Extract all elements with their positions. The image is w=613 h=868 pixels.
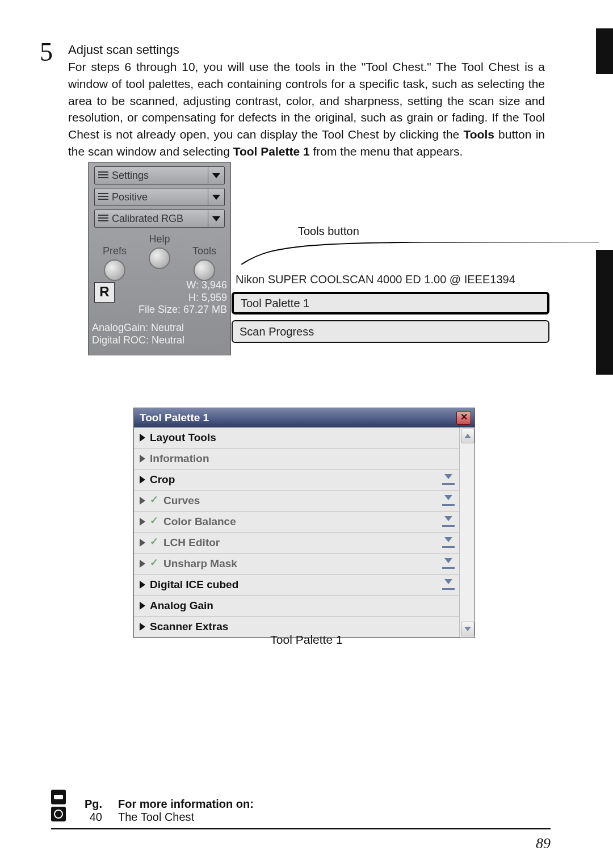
- scan-panel: Settings Positive Calibrated RGB Help Pr…: [88, 162, 231, 355]
- check-icon: [150, 559, 160, 569]
- section-menu-icon[interactable]: [442, 496, 455, 506]
- scan-width: W: 3,946: [120, 279, 227, 292]
- page-number: 89: [536, 835, 551, 852]
- menu-item-label: Tool Palette 1: [241, 297, 309, 310]
- list-icon: [98, 215, 108, 223]
- section-menu-icon[interactable]: [442, 538, 455, 548]
- disclosure-triangle-icon: [140, 518, 145, 526]
- disclosure-triangle-icon: [140, 539, 145, 547]
- step-body-bold-tools: Tools: [463, 128, 494, 141]
- check-icon: [150, 496, 160, 506]
- palette-section[interactable]: Analog Gain: [134, 596, 459, 617]
- callout-leader-line: [241, 242, 599, 265]
- step-title: Adjust scan settings: [68, 43, 545, 57]
- palette-section-label: Scanner Extras: [150, 620, 228, 633]
- disclosure-triangle-icon: [140, 560, 145, 568]
- help-button[interactable]: [149, 248, 170, 269]
- disclosure-triangle-icon: [140, 581, 145, 589]
- disclosure-triangle-icon: [140, 455, 145, 463]
- disclosure-triangle-icon: [140, 476, 145, 484]
- list-icon: [98, 171, 108, 179]
- palette-section[interactable]: Curves: [134, 490, 459, 511]
- reference-icon: [51, 790, 66, 804]
- ref-head-topic: For more information on:: [118, 798, 254, 811]
- disclosure-triangle-icon: [140, 623, 145, 631]
- page-edge-tab-mid: [596, 250, 613, 375]
- scan-height: H: 5,959: [120, 292, 227, 304]
- disclosure-triangle-icon: [140, 602, 145, 610]
- tool-palette-caption: Tool Palette 1: [0, 633, 613, 647]
- filmtype-dropdown-label: Positive: [112, 191, 208, 203]
- tools-button[interactable]: [194, 259, 215, 281]
- step-body: For steps 6 through 10, you will use the…: [68, 58, 545, 160]
- step-body-bold-palette: Tool Palette 1: [233, 145, 310, 158]
- ref-topic: The Tool Chest: [118, 811, 194, 824]
- section-menu-icon[interactable]: [442, 517, 455, 527]
- step-body-c: from the menu that appears.: [313, 145, 463, 158]
- palette-section-label: Digital ICE cubed: [150, 578, 238, 591]
- close-button[interactable]: ✕: [456, 411, 471, 425]
- colorspace-dropdown[interactable]: Calibrated RGB: [94, 209, 225, 228]
- ref-page-number: 40: [79, 811, 102, 824]
- disclosure-triangle-icon: [140, 497, 145, 505]
- palette-section[interactable]: Digital ICE cubed: [134, 575, 459, 596]
- colorspace-dropdown-label: Calibrated RGB: [112, 213, 208, 225]
- palette-section[interactable]: Layout Tools: [134, 427, 459, 448]
- digital-roc-status: Digital ROC: Neutral: [92, 334, 227, 347]
- palette-section[interactable]: Color Balance: [134, 511, 459, 532]
- section-menu-icon[interactable]: [442, 580, 455, 590]
- prefs-button[interactable]: [104, 259, 125, 281]
- palette-section[interactable]: Crop: [134, 469, 459, 490]
- scrollbar[interactable]: [459, 427, 475, 638]
- scanner-title: Nikon SUPER COOLSCAN 4000 ED 1.00 @ IEEE…: [236, 273, 525, 286]
- tool-palette-title: Tool Palette 1: [140, 412, 209, 424]
- section-menu-icon[interactable]: [442, 559, 455, 569]
- dropdown-arrow-icon: [208, 188, 224, 206]
- tools-button-callout: Tools button: [298, 225, 359, 238]
- tool-palette-titlebar[interactable]: Tool Palette 1 ✕: [134, 408, 475, 427]
- step-block: 5 Adjust scan settings For steps 6 throu…: [51, 43, 545, 160]
- scan-filesize: File Size: 67.27 MB: [120, 304, 227, 316]
- section-menu-icon[interactable]: [442, 475, 455, 485]
- palette-section-label: Crop: [150, 473, 175, 486]
- page-edge-tab-top: [596, 28, 613, 74]
- palette-section[interactable]: LCH Editor: [134, 532, 459, 553]
- settings-dropdown[interactable]: Settings: [94, 166, 225, 184]
- help-label: Help: [89, 233, 230, 245]
- reference-icon: [51, 807, 66, 821]
- cross-reference-block: Pg. For more information on: 40 The Tool…: [51, 798, 551, 829]
- tool-palette-list: Layout ToolsInformationCropCurvesColor B…: [134, 427, 459, 638]
- analog-gain-status: AnalogGain: Neutral: [92, 322, 227, 334]
- menu-item-label: Scan Progress: [240, 325, 314, 338]
- check-icon: [150, 517, 160, 527]
- palette-section[interactable]: Unsharp Mask: [134, 553, 459, 575]
- list-icon: [98, 193, 108, 201]
- filmtype-dropdown[interactable]: Positive: [94, 188, 225, 206]
- menu-item-tool-palette-1[interactable]: Tool Palette 1: [232, 292, 549, 315]
- check-icon: [150, 538, 160, 548]
- disclosure-triangle-icon: [140, 434, 145, 442]
- settings-dropdown-label: Settings: [112, 170, 208, 182]
- scan-window-figure: Settings Positive Calibrated RGB Help Pr…: [88, 162, 525, 361]
- dropdown-arrow-icon: [208, 210, 224, 227]
- palette-section-label: Information: [150, 452, 209, 465]
- prefs-label: Prefs: [98, 245, 132, 257]
- palette-section-label: Layout Tools: [150, 431, 216, 444]
- scroll-up-button[interactable]: [461, 429, 475, 443]
- palette-section-label: Color Balance: [163, 515, 236, 528]
- dropdown-arrow-icon: [208, 167, 224, 184]
- ref-head-pg: Pg.: [79, 798, 102, 811]
- palette-section-label: Unsharp Mask: [163, 557, 237, 570]
- step-number: 5: [40, 37, 53, 67]
- orientation-badge: R: [94, 282, 115, 303]
- palette-section-label: Analog Gain: [150, 599, 213, 612]
- palette-section[interactable]: Information: [134, 448, 459, 469]
- palette-section-label: Curves: [163, 494, 200, 507]
- menu-item-scan-progress[interactable]: Scan Progress: [232, 320, 549, 343]
- palette-section-label: LCH Editor: [163, 536, 220, 549]
- tool-palette-window: Tool Palette 1 ✕ Layout ToolsInformation…: [133, 408, 475, 638]
- scan-size-info: W: 3,946 H: 5,959 File Size: 67.27 MB: [120, 279, 227, 316]
- tools-label: Tools: [187, 245, 221, 257]
